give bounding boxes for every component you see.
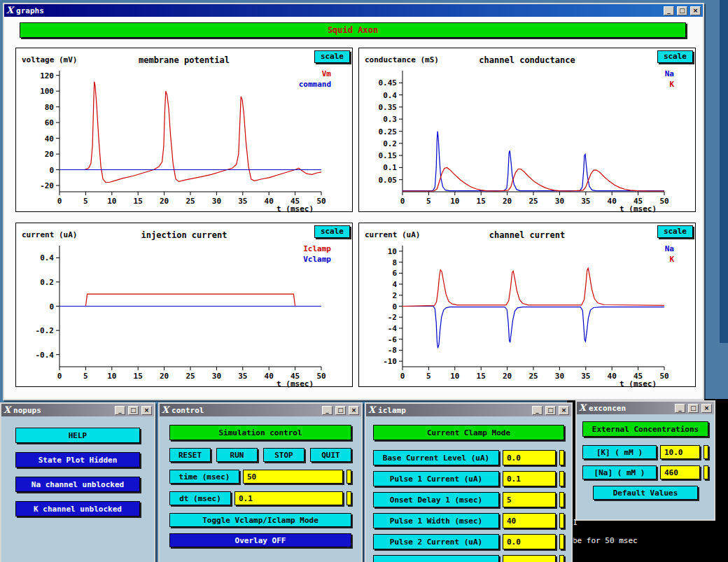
svg-text:Na: Na — [665, 244, 674, 253]
na-concentration-label[interactable]: [Na] ( mM ) — [582, 465, 657, 479]
svg-text:50: 50 — [316, 197, 326, 206]
k-concentration-label[interactable]: [K] ( mM ) — [582, 445, 657, 459]
time-field-label[interactable]: time (msec) — [169, 470, 239, 484]
na-channel-button[interactable]: Na channel unblocked — [15, 477, 140, 492]
pulse2-current-label[interactable]: Pulse 2 Current (uA) — [373, 534, 499, 549]
scale-button[interactable]: scale — [657, 225, 693, 238]
field-spinner[interactable] — [559, 513, 564, 528]
iclamp-titlebar[interactable]: X iclamp _ □ × — [366, 404, 571, 416]
svg-text:80: 80 — [45, 103, 54, 112]
field-spinner[interactable] — [346, 491, 351, 505]
minimize-icon[interactable]: _ — [322, 406, 332, 415]
svg-text:0: 0 — [49, 166, 54, 175]
maximize-icon[interactable]: □ — [335, 406, 346, 415]
injection-current-panel: current (uA) injection current scale -0.… — [15, 223, 353, 387]
svg-text:0.25: 0.25 — [379, 127, 398, 136]
chart-title: membrane potential — [16, 55, 352, 65]
quit-button[interactable]: QUIT — [310, 448, 351, 462]
help-button[interactable]: HELP — [15, 428, 140, 443]
svg-text:5: 5 — [83, 197, 88, 206]
svg-text:15: 15 — [477, 197, 486, 206]
k-channel-button[interactable]: K channel unblocked — [15, 501, 140, 517]
svg-text:0.35: 0.35 — [379, 103, 398, 112]
toggle-clamp-mode-button[interactable]: Toggle Vclamp/Iclamp Mode — [169, 513, 351, 527]
scale-button[interactable]: scale — [314, 50, 350, 63]
svg-text:-4: -4 — [388, 324, 398, 333]
svg-text:50: 50 — [316, 372, 326, 381]
maximize-icon[interactable]: □ — [128, 406, 139, 415]
window-title: exconcen — [589, 404, 672, 413]
pulse1-current-label[interactable]: Pulse 1 Current (uA) — [373, 471, 499, 486]
svg-text:t (msec): t (msec) — [620, 379, 657, 388]
close-icon[interactable]: × — [349, 406, 359, 415]
channel-conductance-chart: 0.050.10.150.20.250.30.350.40.4505101520… — [359, 66, 696, 213]
graphs-titlebar[interactable]: X graphs _ □ × — [4, 4, 703, 17]
close-icon[interactable]: × — [701, 404, 712, 413]
base-current-label[interactable]: Base Current Level (uA) — [373, 450, 499, 465]
membrane-potential-chart: -2002040608010012005101520253035404550t … — [16, 66, 354, 213]
svg-text:0.3: 0.3 — [383, 115, 397, 124]
control-window: X control _ □ × Simulation control RESET… — [158, 402, 363, 562]
minimize-icon[interactable]: _ — [675, 404, 685, 413]
window-title: control — [172, 406, 319, 415]
close-icon[interactable]: × — [690, 6, 701, 15]
exconcen-titlebar[interactable]: X exconcen _ □ × — [577, 402, 714, 414]
minimize-icon[interactable]: _ — [532, 406, 542, 415]
scale-button[interactable]: scale — [314, 225, 350, 238]
svg-text:0.1: 0.1 — [383, 163, 397, 172]
minimize-icon[interactable]: _ — [664, 6, 674, 15]
stop-button[interactable]: STOP — [263, 448, 304, 462]
svg-text:0.2: 0.2 — [40, 278, 54, 287]
field-spinner[interactable] — [559, 534, 564, 549]
svg-text:-6: -6 — [388, 335, 398, 344]
field-spinner[interactable] — [704, 465, 708, 479]
state-plot-button[interactable]: State Plot Hidden — [15, 452, 140, 468]
window-title: iclamp — [378, 406, 529, 415]
na-concentration-field[interactable]: 460 — [660, 465, 700, 479]
pulse1-width-field[interactable]: 40 — [503, 513, 556, 528]
svg-text:10: 10 — [107, 372, 116, 381]
close-icon[interactable]: × — [141, 406, 152, 415]
dt-field-label[interactable]: dt (msec) — [169, 491, 231, 505]
onset-delay1-label[interactable]: Onset Delay 1 (msec) — [373, 492, 499, 507]
svg-text:t (msec): t (msec) — [276, 379, 314, 388]
pulse1-current-field[interactable]: 0.1 — [503, 471, 556, 486]
overlay-button[interactable]: Overlay OFF — [169, 533, 351, 547]
window-title: graphs — [16, 6, 661, 15]
svg-text:20: 20 — [160, 372, 169, 381]
pulse1-width-label[interactable]: Pulse 1 Width (msec) — [373, 513, 499, 528]
default-values-button[interactable]: Default Values — [593, 486, 698, 500]
maximize-icon[interactable]: □ — [545, 406, 556, 415]
x11-logo-icon: X — [579, 403, 586, 413]
time-field[interactable]: 50 — [243, 470, 343, 484]
maximize-icon[interactable]: □ — [677, 6, 687, 15]
scale-button[interactable]: scale — [657, 50, 693, 63]
svg-text:t (msec): t (msec) — [276, 204, 314, 213]
minimize-icon[interactable]: _ — [115, 406, 125, 415]
svg-text:35: 35 — [238, 372, 247, 381]
svg-text:K: K — [669, 80, 674, 89]
reset-button[interactable]: RESET — [169, 448, 211, 462]
nopups-titlebar[interactable]: X nopups _ □ × — [1, 404, 154, 416]
graphs-body: Squid Axon voltage (mV) membrane potenti… — [4, 17, 703, 399]
field-spinner[interactable] — [559, 492, 564, 507]
field-spinner[interactable] — [559, 471, 564, 486]
dt-field[interactable]: 0.1 — [234, 491, 343, 505]
svg-text:30: 30 — [555, 197, 564, 206]
onset-delay1-field[interactable]: 5 — [503, 492, 556, 507]
chart-title: channel current — [359, 230, 695, 240]
svg-text:-0.4: -0.4 — [36, 351, 55, 360]
terminal-line: be for 50 msec — [573, 536, 638, 545]
k-concentration-field[interactable]: 10.0 — [660, 445, 700, 459]
run-button[interactable]: RUN — [216, 448, 258, 462]
field-spinner[interactable] — [559, 450, 564, 465]
pulse2-current-field[interactable]: 0.0 — [503, 534, 556, 549]
field-spinner[interactable] — [704, 445, 708, 459]
control-titlebar[interactable]: X control _ □ × — [160, 404, 361, 416]
field-spinner[interactable] — [346, 470, 351, 484]
base-current-field[interactable]: 0.0 — [503, 450, 556, 465]
close-icon[interactable]: × — [559, 406, 569, 415]
iclamp-window: X iclamp _ □ × Current Clamp Mode Base C… — [365, 402, 573, 562]
maximize-icon[interactable]: □ — [688, 404, 699, 413]
svg-text:10: 10 — [450, 372, 459, 381]
